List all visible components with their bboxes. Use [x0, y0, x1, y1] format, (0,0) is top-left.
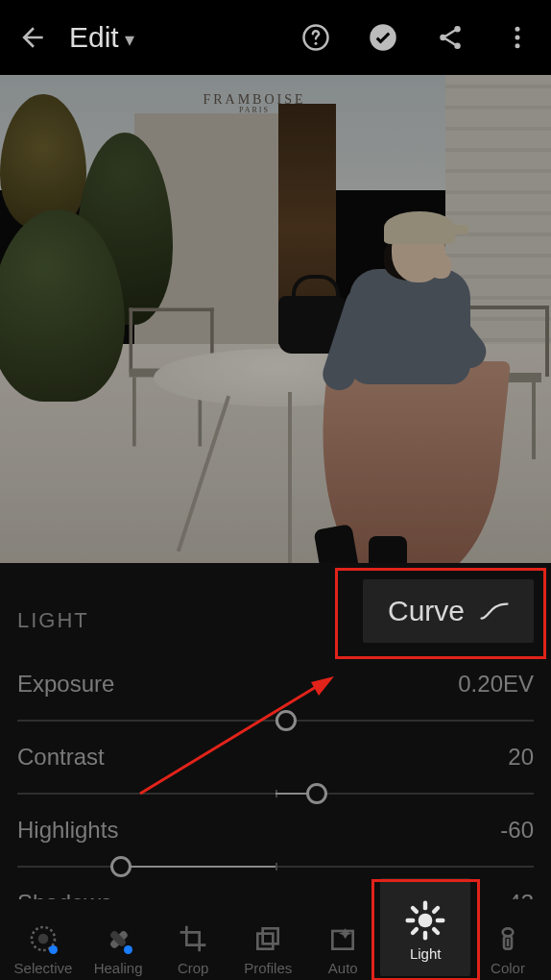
svg-point-7 [515, 36, 520, 40]
contrast-row: Contrast 20 [17, 744, 534, 801]
light-panel: LIGHT Curve Exposure 0.20EV Contrast 20 [0, 563, 551, 980]
svg-line-24 [434, 907, 438, 911]
color-icon [491, 921, 525, 956]
contrast-slider[interactable] [17, 786, 534, 801]
highlights-row: Highlights -60 [17, 817, 534, 874]
top-bar: Edit ▾ [0, 0, 551, 75]
tool-label: Color [491, 960, 525, 976]
confirm-icon[interactable] [367, 21, 399, 54]
help-icon[interactable] [299, 21, 332, 54]
exposure-slider[interactable] [17, 713, 534, 728]
back-icon[interactable] [17, 22, 48, 53]
highlights-value: -60 [500, 817, 534, 844]
svg-rect-14 [263, 928, 278, 943]
screen-title[interactable]: Edit ▾ [69, 21, 134, 54]
exposure-value: 0.20EV [458, 671, 534, 698]
exposure-row: Exposure 0.20EV [17, 671, 534, 728]
tool-label: Auto [328, 960, 358, 976]
more-icon[interactable] [501, 21, 534, 54]
highlights-label: Highlights [17, 817, 118, 844]
share-icon[interactable] [434, 21, 467, 54]
section-title: LIGHT [17, 589, 363, 633]
tool-selective[interactable]: Selective [6, 921, 81, 976]
tool-healing[interactable]: Healing [81, 921, 156, 976]
svg-line-21 [413, 907, 417, 911]
curve-icon [480, 600, 509, 622]
svg-point-10 [38, 934, 49, 944]
crop-icon [176, 921, 210, 956]
svg-line-22 [434, 929, 438, 933]
svg-point-8 [515, 43, 520, 48]
auto-icon [325, 921, 360, 956]
healing-icon [101, 921, 135, 956]
tool-color[interactable]: Color [470, 921, 545, 976]
contrast-value: 20 [508, 744, 534, 771]
photo-preview[interactable]: FRAMBOISE PARIS [0, 75, 551, 563]
tool-light[interactable]: Light [380, 878, 470, 976]
svg-point-6 [515, 27, 520, 32]
exposure-label: Exposure [17, 671, 114, 698]
svg-point-1 [315, 42, 318, 45]
chevron-down-icon: ▾ [125, 28, 134, 51]
curve-button[interactable]: Curve [363, 579, 534, 643]
svg-point-16 [419, 913, 433, 927]
selective-icon [26, 921, 60, 956]
tool-label: Profiles [244, 960, 292, 976]
profiles-icon [251, 921, 285, 956]
screen-title-text: Edit [69, 21, 119, 54]
tool-label: Healing [94, 960, 143, 976]
tool-label: Selective [14, 960, 73, 976]
bottom-toolbar: Selective Healing Crop Profiles Aut [0, 899, 551, 980]
tool-label: Crop [178, 960, 209, 976]
highlights-slider[interactable] [17, 859, 534, 874]
tool-label: Light [410, 945, 442, 962]
light-icon [404, 899, 446, 942]
contrast-label: Contrast [17, 744, 105, 771]
svg-line-23 [413, 929, 417, 933]
svg-rect-13 [258, 934, 274, 949]
tool-crop[interactable]: Crop [156, 921, 230, 976]
tool-auto[interactable]: Auto [305, 921, 380, 976]
curve-button-label: Curve [388, 595, 465, 627]
tool-profiles[interactable]: Profiles [230, 921, 305, 976]
